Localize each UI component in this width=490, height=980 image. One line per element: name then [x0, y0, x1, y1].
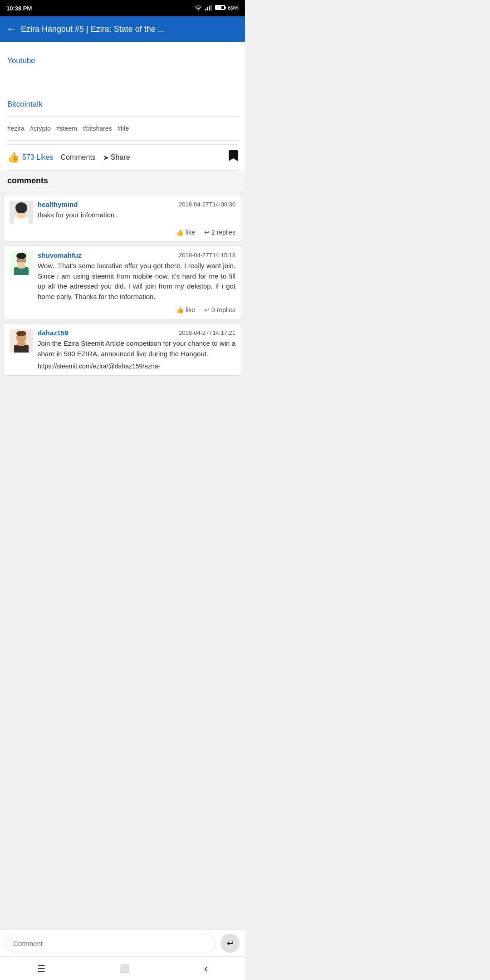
comment-actions-2: 👍 like ↩ 0 replies [10, 306, 235, 314]
comment-body-1: healthymind 2018-04-27T14:06:36 thaks fo… [38, 201, 235, 220]
wifi-icon [194, 5, 202, 12]
svg-rect-0 [205, 9, 206, 10]
battery-percent: 69% [228, 5, 239, 11]
comments-header: comments [0, 171, 245, 191]
svg-rect-2 [209, 6, 210, 10]
avatar-shuvomahfuz [10, 251, 33, 275]
page-title: Ezira Hangout #5 | Ezira: State of the .… [21, 24, 239, 34]
reply-icon-2: ↩ [204, 306, 210, 314]
comment-username-3[interactable]: dahaz159 [38, 329, 69, 337]
comment-text-3: Join the Ezira Steemit Article competiti… [38, 338, 235, 359]
reply-icon-1: ↩ [204, 229, 210, 236]
tag-life[interactable]: #life [118, 125, 129, 132]
comment-username-1[interactable]: healthymind [38, 201, 78, 208]
comment-timestamp-1: 2018-04-27T14:06:36 [179, 201, 235, 208]
like-action-2[interactable]: 👍 like [176, 306, 195, 314]
svg-point-8 [17, 213, 26, 219]
like-icon-2: 👍 [176, 306, 184, 314]
tag-steem[interactable]: #steem [56, 125, 77, 132]
avatar-dahaz159 [10, 329, 33, 353]
comments-section: comments healthymind 2018-04-27T14:06:36 [0, 171, 245, 376]
svg-point-16 [16, 253, 26, 259]
status-bar: 10:38 PM 69% [0, 0, 245, 16]
comment-timestamp-3: 2018-04-27T14:17:21 [179, 329, 235, 336]
svg-point-21 [16, 331, 26, 336]
bookmark-button[interactable] [229, 150, 238, 165]
signal-icon [205, 5, 212, 12]
comment-card-1: healthymind 2018-04-27T14:06:36 thaks fo… [4, 195, 241, 242]
svg-rect-3 [211, 5, 212, 10]
avatar-healthymind [10, 201, 33, 224]
svg-rect-1 [207, 7, 208, 10]
youtube-link[interactable]: Youtube [7, 49, 238, 69]
comment-actions-1: 👍 like ↩ 2 replies [10, 229, 235, 236]
thumbs-up-icon: 👍 [7, 152, 20, 163]
like-button[interactable]: 👍 573 Likes [7, 152, 54, 163]
comment-timestamp-2: 2018-04-27T14:15:18 [179, 252, 235, 259]
likes-count: 573 Likes [22, 153, 54, 162]
replies-label-2: 0 replies [211, 306, 235, 314]
comment-body-2: shuvomahfuz 2018-04-27T14:15:18 Wow...Th… [38, 251, 235, 302]
comment-card-2: shuvomahfuz 2018-04-27T14:15:18 Wow...Th… [4, 245, 241, 319]
share-button[interactable]: ➤ Share [103, 153, 130, 162]
battery-container [215, 5, 225, 11]
comments-button[interactable]: Comments [61, 153, 96, 162]
comments-label: Comments [61, 153, 96, 162]
comment-text-1: thaks for your information . [38, 210, 235, 220]
svg-point-20 [17, 342, 26, 346]
divider-1 [7, 116, 238, 117]
comment-url-3: https://steemit.com/ezira/@dahaz159/ezir… [38, 363, 235, 370]
replies-action-1[interactable]: ↩ 2 replies [204, 229, 235, 236]
like-icon-1: 👍 [176, 229, 184, 236]
tag-bitshares[interactable]: #bitshares [83, 125, 112, 132]
bitcointalk-link[interactable]: Bitcointalk [7, 96, 238, 113]
replies-label-1: 2 replies [211, 229, 235, 236]
status-icons: 69% [194, 5, 239, 12]
like-label-2: like [186, 306, 195, 314]
svg-point-12 [17, 264, 26, 269]
like-action-1[interactable]: 👍 like [176, 229, 195, 236]
comment-text-2: Wow...That's some lucrative offer you go… [38, 261, 235, 302]
tags-row: #ezira #crypto #steem #bitshares #life [7, 120, 238, 137]
tag-ezira[interactable]: #ezira [7, 125, 24, 132]
replies-action-2[interactable]: ↩ 0 replies [204, 306, 235, 314]
tag-crypto[interactable]: #crypto [30, 125, 51, 132]
comment-username-2[interactable]: shuvomahfuz [38, 251, 82, 259]
share-icon: ➤ [103, 153, 109, 162]
share-label: Share [111, 153, 130, 162]
comment-body-3: dahaz159 2018-04-27T14:17:21 Join the Ez… [38, 329, 235, 370]
comment-card-3: dahaz159 2018-04-27T14:17:21 Join the Ez… [4, 323, 241, 376]
main-content: Youtube Bitcointalk #ezira #crypto #stee… [0, 42, 245, 171]
divider-2 [7, 140, 238, 141]
actions-row: 👍 573 Likes Comments ➤ Share [7, 144, 238, 171]
header: ← Ezira Hangout #5 | Ezira: State of the… [0, 16, 245, 42]
back-button[interactable]: ← [6, 23, 16, 35]
status-time: 10:38 PM [6, 5, 32, 12]
like-label-1: like [186, 229, 195, 236]
